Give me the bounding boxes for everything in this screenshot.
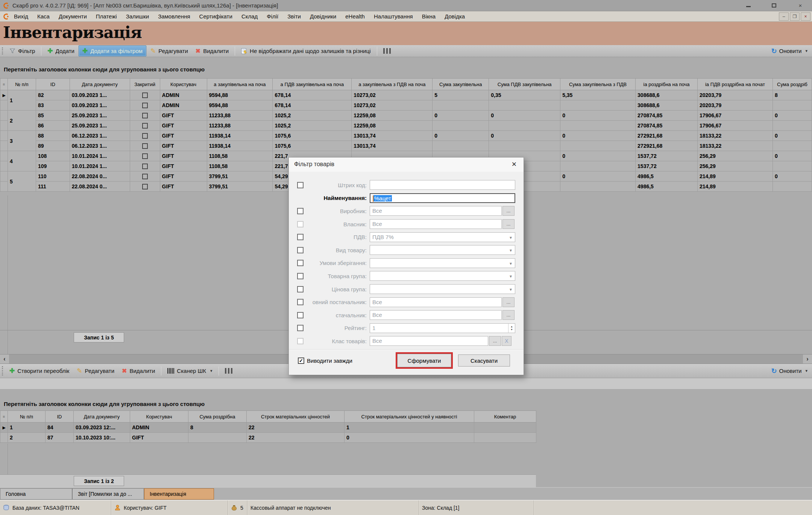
filter-combo-price-group[interactable]: ▾ — [370, 284, 515, 294]
menu-item-8[interactable]: Філії — [262, 13, 283, 20]
filter-combo-vat[interactable]: ПДВ 7%▾ — [370, 232, 515, 242]
menu-item-9[interactable]: Звіти — [283, 13, 305, 20]
column-header-3[interactable]: Закритий — [130, 79, 160, 90]
inventory-row[interactable]: 8906.12.2023 1...GIFT11938,141075,613013… — [0, 141, 812, 151]
filter-checkbox-owner[interactable] — [297, 221, 304, 227]
closed-checkbox[interactable] — [142, 184, 148, 189]
refresh-button[interactable]: ↻Оновити▾ — [771, 47, 807, 55]
filter-checkbox-barcode[interactable] — [297, 182, 304, 188]
column-header-8[interactable]: Сума закупівельна — [433, 79, 489, 90]
tab-2[interactable]: Інвентаризація — [144, 488, 214, 500]
closed-checkbox[interactable] — [142, 174, 148, 179]
column-header-10[interactable]: Сума закупівельна з ПДВ — [560, 79, 636, 90]
column-header-5[interactable]: Строк матеріальних цінностей — [247, 411, 345, 423]
closed-checkbox[interactable] — [142, 143, 148, 149]
spin-down-icon[interactable]: ▼ — [510, 328, 513, 331]
add-button[interactable]: ✚Додати — [44, 46, 78, 56]
menu-item-4[interactable]: Залишки — [121, 13, 154, 20]
lookup-ellipsis-button[interactable]: ... — [502, 297, 515, 307]
inventory-row[interactable]: ▶18203.09.2023 1...ADMIN9594,88678,14102… — [0, 90, 812, 100]
cancel-button[interactable]: Скасувати — [458, 354, 510, 367]
filter-combo-storage[interactable]: ▾ — [370, 258, 515, 268]
filter-checkbox-price-group[interactable] — [297, 286, 304, 292]
column-header-0[interactable]: № п/п — [8, 79, 36, 90]
filter-button[interactable]: Фільтр — [6, 47, 38, 55]
menu-item-14[interactable]: Довідка — [440, 13, 469, 20]
filter-checkbox-storage[interactable] — [297, 260, 304, 266]
filter-checkbox-product-class[interactable] — [297, 338, 304, 344]
inventory-row[interactable]: 38806.12.2023 1...GIFT11938,141075,61301… — [0, 131, 812, 141]
recount-row[interactable]: ▶18403.09.2023 12:...ADMIN8221 — [0, 423, 536, 433]
close-icon[interactable]: × — [797, 2, 804, 9]
column-header-4[interactable]: Користувач — [160, 79, 207, 90]
menu-item-0[interactable]: Вихід — [9, 13, 33, 20]
menu-item-7[interactable]: Склад — [237, 13, 262, 20]
lookup-ellipsis-button[interactable]: ... — [502, 219, 515, 229]
column-chooser-button[interactable] — [380, 47, 394, 55]
delete-recount-button[interactable]: ✖Видалити — [118, 366, 158, 376]
menu-item-2[interactable]: Документи — [54, 13, 91, 20]
column-header-12[interactable]: іа ПДВ роздрібна на почат — [697, 79, 773, 90]
menu-item-3[interactable]: Платежі — [91, 13, 121, 20]
filter-lookup-main-supplier[interactable]: Все — [370, 297, 502, 307]
restore-icon[interactable] — [771, 2, 777, 9]
filter-lookup-owner[interactable]: Все — [370, 219, 502, 229]
column-header-4[interactable]: Сума роздрібна — [188, 411, 247, 423]
spin-up-icon[interactable]: ▲ — [510, 325, 513, 328]
menu-item-11[interactable]: eHealth — [341, 13, 369, 20]
column-header-2[interactable]: Дата документу — [74, 411, 130, 423]
scroll-left-icon[interactable]: ‹ — [0, 354, 9, 364]
menu-item-5[interactable]: Замовлення — [153, 13, 194, 20]
column-header-7[interactable]: Коментар — [474, 411, 536, 423]
minimize-icon[interactable] — [745, 2, 752, 9]
filter-spin-rating[interactable]: 1▲▼ — [370, 323, 515, 333]
filter-checkbox-rating[interactable] — [297, 325, 304, 331]
filter-combo-product-group[interactable]: ▾ — [370, 271, 515, 281]
column-header-5[interactable]: а закупівельна на поча — [207, 79, 273, 90]
lookup-ellipsis-button[interactable]: ... — [502, 206, 515, 216]
closed-checkbox[interactable] — [142, 133, 148, 139]
scroll-right-icon[interactable]: › — [803, 354, 812, 364]
recount-row[interactable]: 28710.10.2023 10:...GIFT220 — [0, 433, 536, 443]
barcode-scanner-button[interactable]: Сканер ШК▾ — [164, 367, 216, 375]
dialog-title-bar[interactable]: Фільтр товарів × — [289, 158, 524, 172]
filter-checkbox-product-type[interactable] — [297, 247, 304, 253]
menu-item-12[interactable]: Налаштування — [369, 13, 417, 20]
inventory-row[interactable]: 8625.09.2023 1...GIFT11233,881025,212259… — [0, 121, 812, 131]
inventory-row[interactable]: 8303.09.2023 1...ADMIN9594,88678,1410273… — [0, 100, 812, 111]
lookup-ellipsis-button[interactable]: ... — [489, 336, 501, 346]
tab-0[interactable]: Головна — [0, 488, 72, 500]
refresh-button[interactable]: ↻Оновити▾ — [771, 367, 807, 375]
column-header-13[interactable]: Сума роздріб — [773, 79, 812, 90]
column-header-9[interactable]: Сума ПДВ закупівельна — [489, 79, 560, 90]
filter-checkbox-manufacturer[interactable] — [297, 208, 304, 214]
column-chooser-button[interactable] — [222, 367, 236, 375]
tab-1[interactable]: Звіт [Помилки за до ... — [72, 488, 144, 500]
filter-lookup-supplier[interactable]: Все — [370, 310, 502, 320]
closed-checkbox[interactable] — [142, 123, 148, 129]
column-header-7[interactable]: а закупівельна з ПДВ на поча — [352, 79, 433, 90]
closed-checkbox[interactable] — [142, 164, 148, 169]
column-header-1[interactable]: ID — [46, 411, 74, 423]
menu-item-13[interactable]: Вікна — [417, 13, 440, 20]
dialog-close-icon[interactable]: × — [509, 159, 519, 169]
column-header-1[interactable]: ID — [36, 79, 70, 90]
closed-checkbox[interactable] — [142, 103, 148, 108]
filter-lookup-product-class[interactable]: Все — [370, 336, 488, 346]
mdi-close-icon[interactable]: × — [801, 12, 810, 21]
edit-button[interactable]: ✎Редагувати — [147, 46, 191, 56]
filter-checkbox-main-supplier[interactable] — [297, 299, 304, 305]
edit-recount-button[interactable]: ✎Редагувати — [73, 366, 118, 376]
filter-input-barcode[interactable] — [370, 180, 515, 190]
generate-button[interactable]: Сформувати — [397, 354, 451, 367]
inventory-row[interactable]: 28525.09.2023 1...GIFT11233,881025,21225… — [0, 111, 812, 121]
filter-checkbox-supplier[interactable] — [297, 312, 304, 318]
mdi-minimize-icon[interactable]: – — [779, 12, 789, 21]
column-header-2[interactable]: Дата документу — [70, 79, 130, 90]
filter-checkbox-product-group[interactable] — [297, 273, 304, 279]
lookup-ellipsis-button[interactable]: ... — [502, 310, 515, 320]
menu-item-10[interactable]: Довідники — [305, 13, 341, 20]
menu-item-1[interactable]: Каса — [33, 13, 54, 20]
filter-checkbox-vat[interactable] — [297, 234, 304, 240]
menu-item-6[interactable]: Сертифікати — [195, 13, 237, 20]
